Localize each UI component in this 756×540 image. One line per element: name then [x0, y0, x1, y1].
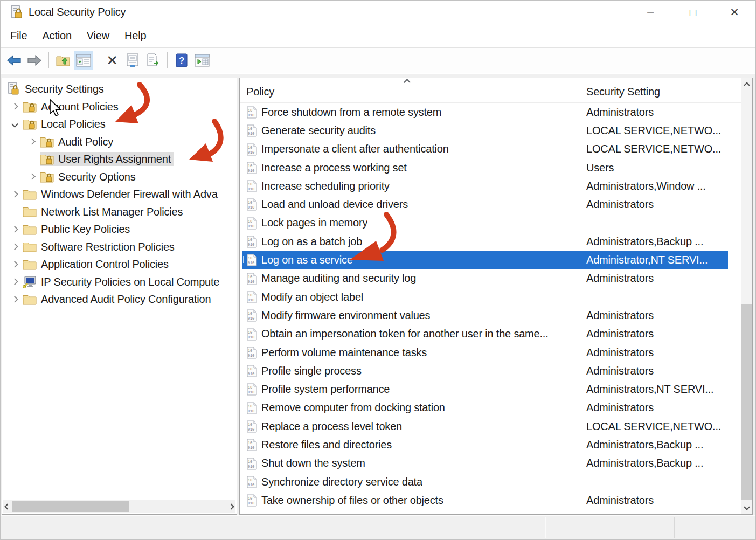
forward-arrow-icon	[27, 54, 41, 66]
tree-item-user-rights-assignment[interactable]: User Rights Assignment	[2, 150, 237, 168]
policy-row-modify-firmware-environment-values[interactable]: 10010Modify firmware environment valuesA…	[240, 306, 741, 324]
policy-name: Replace a process level token	[261, 420, 402, 433]
policy-row-log-on-as-a-service[interactable]: 10010Log on as a serviceAdministrator,NT…	[240, 251, 741, 269]
policy-row-generate-security-audits[interactable]: 10010Generate security auditsLOCAL SERVI…	[240, 121, 741, 140]
help-button[interactable]: ?	[172, 51, 191, 70]
export-list-button[interactable]	[143, 51, 163, 70]
policy-doc-icon: 10010	[246, 439, 258, 451]
tree-item-public-key-policies[interactable]: Public Key Policies	[2, 220, 237, 238]
expander-collapsed-icon[interactable]	[6, 262, 23, 267]
tree-item-audit-policy[interactable]: Audit Policy	[2, 133, 237, 151]
expander-collapsed-icon[interactable]	[6, 104, 23, 109]
close-button[interactable]: ✕	[722, 1, 747, 24]
policy-doc-icon: 10010	[246, 458, 258, 470]
up-one-level-button[interactable]	[53, 51, 73, 70]
horizontal-scrollbar-thumb[interactable]	[12, 501, 129, 512]
column-header-policy[interactable]: Policy	[246, 86, 274, 98]
policy-row-synchronize-directory-service-data[interactable]: 10010Synchronize directory service data	[240, 473, 741, 491]
minimize-button[interactable]: –	[638, 1, 663, 24]
policy-row-increase-a-process-working-set[interactable]: 10010Increase a process working setUsers	[240, 158, 741, 177]
back-button[interactable]	[4, 51, 24, 70]
tree-item-label: Advanced Audit Policy Configuration	[41, 294, 211, 304]
show-action-pane-button[interactable]	[192, 51, 212, 70]
policy-name: Obtain an impersonation token for anothe…	[261, 328, 549, 340]
security-setting-value: Administrators,Backup ...	[586, 439, 703, 451]
policy-row-restore-files-and-directories[interactable]: 10010Restore files and directoriesAdmini…	[240, 435, 741, 454]
column-header-security-setting[interactable]: Security Setting	[586, 86, 660, 98]
svg-text:010: 010	[248, 409, 254, 413]
scroll-left-button[interactable]	[3, 500, 12, 513]
scroll-right-button[interactable]	[227, 500, 235, 513]
menu-item-file[interactable]: File	[3, 26, 34, 45]
policy-name: Generate security audits	[261, 124, 376, 137]
policy-row-increase-scheduling-priority[interactable]: 10010Increase scheduling priorityAdminis…	[240, 177, 741, 195]
policy-row-profile-single-process[interactable]: 10010Profile single processAdministrator…	[240, 362, 741, 380]
expander-collapsed-icon[interactable]	[6, 192, 23, 197]
tree-item-label: Windows Defender Firewall with Adva	[41, 189, 218, 199]
expander-collapsed-icon[interactable]	[6, 297, 23, 302]
vertical-scrollbar[interactable]	[741, 78, 752, 514]
tree-item-software-restriction-policies[interactable]: Software Restriction Policies	[2, 238, 237, 256]
scroll-down-button[interactable]	[741, 502, 752, 514]
chevron-down-icon	[744, 504, 750, 510]
tree-item-label: Public Key Policies	[41, 224, 130, 234]
tree-item-account-policies[interactable]: Account Policies	[2, 98, 237, 116]
policy-row-lock-pages-in-memory[interactable]: 10010Lock pages in memory	[240, 214, 741, 232]
vertical-scrollbar-thumb[interactable]	[741, 304, 752, 500]
policy-doc-icon: 10010	[246, 328, 258, 341]
tree-item-application-control-policies[interactable]: Application Control Policies	[2, 255, 237, 273]
policy-row-take-ownership-of-files-or-other-objects[interactable]: 10010Take ownership of files or other ob…	[240, 491, 741, 509]
expander-collapsed-icon[interactable]	[6, 279, 23, 284]
menu-item-view[interactable]: View	[79, 26, 117, 45]
policy-row-modify-an-object-label[interactable]: 10010Modify an object label	[240, 288, 741, 306]
policy-doc-icon: 10010	[246, 143, 258, 156]
policy-row-remove-computer-from-docking-station[interactable]: 10010Remove computer from docking statio…	[240, 399, 741, 417]
policy-doc-icon: 10010	[246, 198, 258, 211]
maximize-button[interactable]: □	[681, 1, 705, 24]
svg-text:?: ?	[179, 56, 184, 66]
svg-text:10: 10	[248, 238, 252, 242]
forward-button[interactable]	[25, 51, 44, 70]
tree-item-advanced-audit-policy-configuration[interactable]: Advanced Audit Policy Configuration	[2, 290, 237, 308]
folder-lock-icon	[23, 101, 37, 113]
tree-item-network-list-manager-policies[interactable]: Network List Manager Policies	[2, 203, 237, 221]
tree-item-label: Account Policies	[41, 101, 119, 112]
column-divider[interactable]	[579, 79, 579, 102]
tree-item-windows-defender-firewall-with-adva[interactable]: Windows Defender Firewall with Adva	[2, 185, 237, 203]
expander-collapsed-icon[interactable]	[6, 227, 23, 232]
scroll-up-button[interactable]	[741, 78, 752, 90]
policy-doc-icon: 10010	[246, 254, 258, 266]
menu-item-action[interactable]: Action	[34, 26, 79, 45]
policy-row-force-shutdown-from-a-remote-system[interactable]: 10010Force shutdown from a remote system…	[240, 103, 741, 121]
expander-collapsed-icon[interactable]	[6, 244, 23, 249]
policy-row-impersonate-a-client-after-authenticatio[interactable]: 10010Impersonate a client after authenti…	[240, 140, 741, 158]
show-console-tree-button[interactable]	[74, 51, 93, 70]
policy-row-obtain-an-impersonation-token-for-anothe[interactable]: 10010Obtain an impersonation token for a…	[240, 325, 741, 343]
tree-item-local-policies[interactable]: Local Policies	[2, 115, 237, 133]
policy-row-load-and-unload-device-drivers[interactable]: 10010Load and unload device driversAdmin…	[240, 195, 741, 213]
svg-text:10: 10	[248, 423, 252, 427]
expander-collapsed-icon[interactable]	[24, 174, 40, 179]
tree-item-ip-security-policies-on-local-compute[interactable]: IP Security Policies on Local Compute	[2, 273, 237, 291]
security-setting-value: Administrators,Backup ...	[586, 236, 703, 248]
tree-item-security-settings[interactable]: Security Settings	[2, 80, 237, 98]
policy-row-perform-volume-maintenance-tasks[interactable]: 10010Perform volume maintenance tasksAdm…	[240, 343, 741, 362]
policy-row-replace-a-process-level-token[interactable]: 10010Replace a process level tokenLOCAL …	[240, 417, 741, 435]
expander-expanded-icon[interactable]	[6, 122, 23, 127]
policy-name: Increase a process working set	[261, 162, 407, 174]
svg-text:010: 010	[248, 131, 254, 136]
tree-item-security-options[interactable]: Security Options	[2, 168, 237, 186]
policy-row-shut-down-the-system[interactable]: 10010Shut down the systemAdministrators,…	[240, 454, 741, 473]
svg-text:10: 10	[248, 385, 252, 390]
security-setting-value: LOCAL SERVICE,NETWO...	[586, 124, 721, 137]
delete-button[interactable]: ✕	[102, 51, 122, 70]
policy-row-profile-system-performance[interactable]: 10010Profile system performanceAdministr…	[240, 380, 741, 398]
svg-text:10: 10	[248, 478, 252, 482]
policy-row-log-on-as-a-batch-job[interactable]: 10010Log on as a batch jobAdministrators…	[240, 232, 741, 251]
menu-item-help[interactable]: Help	[117, 26, 154, 45]
svg-text:010: 010	[248, 372, 254, 376]
expander-collapsed-icon[interactable]	[24, 139, 40, 144]
properties-button[interactable]	[123, 51, 142, 70]
policy-row-manage-auditing-and-security-log[interactable]: 10010Manage auditing and security logAdm…	[240, 269, 741, 288]
horizontal-scrollbar[interactable]	[3, 500, 235, 513]
